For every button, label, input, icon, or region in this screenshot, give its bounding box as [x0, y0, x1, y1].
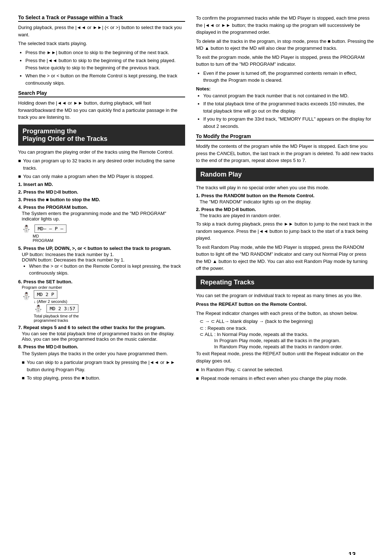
modify-body: Modify the contents of the program while… [196, 143, 374, 164]
repeating-intro: You can set the program or individual tr… [196, 292, 374, 299]
step2-label: 2. Press the MD ▷II button. [18, 189, 78, 195]
left-column: To Select a Track or Passage within a Tr… [18, 15, 185, 384]
step-2: 2. Press the MD ▷II button. [18, 189, 185, 195]
section-programming: Programming the Playing Order of the Tra… [18, 125, 185, 382]
press-repeat-label: Press the REPEAT button on the Remote Co… [196, 301, 374, 308]
repeat-sq-b1-text: In Random Play, ⊂ cannot be selected. [201, 366, 283, 373]
programming-banner: Programming the Playing Order of the Tra… [18, 125, 185, 146]
step5-up: UP button: Increases the track number by… [22, 252, 185, 257]
random-play-intro: The tracks will play in no special order… [196, 184, 374, 191]
repeat-item-0: ⊂ : Repeats one track. [200, 325, 374, 331]
list-item: Press the ►►| button once to skip to the… [25, 49, 185, 56]
random-step2-body: The tracks are played in random order. [200, 213, 374, 218]
step7-label: 7. Repeat steps 5 and 6 to select the ot… [18, 325, 165, 330]
bullet1-text: You can program up to 32 tracks in any d… [23, 157, 185, 171]
step-3: 3. Press the ■ button to stop the MD. [18, 197, 185, 202]
notes-label: Notes: [196, 86, 374, 92]
section-random-play: Random Play The tracks will play in no s… [196, 168, 374, 272]
random-play-banner: Random Play [196, 168, 374, 181]
repeat-exit-para: To exit Repeat mode, press the REPEAT bu… [196, 350, 374, 364]
step-7: 7. Repeat steps 5 and 6 to select the ot… [18, 325, 185, 342]
step3-label: 3. Press the ■ button to stop the MD. [18, 197, 100, 202]
step5-down: DOWN button: Decreases the track number … [22, 257, 185, 263]
diagram-md-program: ⛄ MD— — P — MDPROGRAM [22, 224, 185, 243]
step4-label: 4. Press the PROGRAM button. [18, 204, 88, 210]
step5-label: 5. Press the UP, DOWN, >, or < button to… [18, 246, 171, 251]
repeat-item-3: In Random Play mode, repeats all the tra… [214, 344, 374, 349]
confirm-sub-bullets: Even if the power is turned off, the pro… [203, 70, 374, 84]
step8-b2-text: To stop playing, press the ■ button. [27, 374, 100, 382]
list-item: When the > or < button on the Remote Con… [25, 72, 185, 86]
repeat-sequence: ⊂ → ⊂ ALL→ blank display → (back to the … [200, 319, 374, 324]
diagram-arrow: ↓ (After 2 seconds) [34, 299, 79, 304]
confirm-para2: To delete all the tracks in the program,… [196, 38, 374, 52]
confirm-para3: To exit the program mode, while the MD P… [196, 54, 374, 68]
step5-body: UP button: Increases the track number by… [22, 252, 185, 277]
diagram-line1: MD— — P — [34, 224, 66, 233]
random-skip-para: To skip a track during playback, press t… [196, 220, 374, 242]
select-track-body: During playback, press the |◄◄ or ►►| (<… [18, 24, 185, 38]
page-content: To Select a Track or Passage within a Tr… [18, 15, 374, 384]
random-exit-para: To exit Random Play mode, while the MD P… [196, 244, 374, 272]
random-step-1: 1. Press the RANDOM button on the Remote… [196, 193, 374, 204]
programming-intro: You can program the playing order of the… [18, 149, 185, 156]
step8-body: The System plays the tracks in the order… [22, 350, 185, 382]
diagram-md-label: MDPROGRAM [33, 234, 185, 243]
press-repeat-strong: Press the REPEAT button on the Remote Co… [196, 301, 307, 307]
repeat-sq-bullet2: Repeat mode remains in effect even when … [196, 375, 374, 382]
diagram-annotation-top: Program order number [22, 285, 185, 289]
page-number: 13 [348, 551, 356, 555]
step7-body: You can see the total playback time of p… [22, 331, 185, 342]
search-play-title: Search Play [18, 90, 185, 97]
list-item: When the > or < button on the Remote Con… [29, 263, 185, 277]
section-select-track: To Select a Track or Passage within a Tr… [18, 15, 185, 86]
step-6: 6. Press the SET button. Program order n… [18, 279, 185, 323]
programming-bullet1: You can program up to 32 tracks in any d… [18, 157, 185, 171]
select-track-bullets: Press the ►►| button once to skip to the… [25, 49, 185, 87]
random-step2-label: 2. Press the MD ▷II button. [196, 207, 256, 212]
diagram-bot-annotation: Total playback time of theprogrammed tra… [34, 314, 79, 323]
right-column: To confirm the programmed tracks while t… [196, 15, 374, 384]
step5-subbullets: When the > or < button on the Remote Con… [29, 263, 185, 277]
notes-list: You cannot program the track number that… [203, 92, 374, 130]
step6-diagram: Program order number ⛄ MD 2 P ↓ (After 2… [22, 285, 185, 323]
step-1: 1. Insert an MD. [18, 182, 185, 187]
step8-label: 8. Press the MD ▷II button. [18, 344, 78, 349]
step8-b1-text: You can skip to a particular program tra… [27, 359, 185, 373]
repeat-items: ⊂ : Repeats one track. ⊂ ALL : In Normal… [200, 325, 374, 349]
random-step-2: 2. Press the MD ▷II button. The tracks a… [196, 207, 374, 218]
section-confirm: To confirm the programmed tracks while t… [196, 15, 374, 130]
search-play-body: Holding down the |◄◄ or ►► button, durin… [18, 100, 185, 121]
repeat-seq-text: ⊂ → ⊂ ALL→ blank display → (back to the … [200, 319, 313, 324]
repeat-item-2: In Program Play mode, repeats all the tr… [214, 338, 374, 343]
repeat-sq-b2-text: Repeat mode remains in effect even when … [201, 375, 347, 382]
list-item: If you try to program the 33rd track, "M… [203, 116, 374, 130]
step6-label: 6. Press the SET button. [18, 279, 73, 284]
list-item: If the total playback time of the progra… [203, 100, 374, 114]
step-5: 5. Press the UP, DOWN, >, or < button to… [18, 246, 185, 277]
banner-line2: Playing Order of the Tracks [23, 135, 107, 142]
step8-bullet1: You can skip to a particular program tra… [22, 359, 185, 373]
modify-title: To Modify the Program [196, 133, 374, 141]
list-item: Press the |◄◄ button to skip to the begi… [25, 57, 185, 71]
random-step1-body: The "MD RANDOM" indicator lights up on t… [200, 199, 374, 204]
step8-bullet2: To stop playing, press the ■ button. [22, 374, 185, 382]
random-step1-label: 1. Press the RANDOM button on the Remote… [196, 193, 314, 198]
banner-line1: Programming the [23, 127, 77, 135]
step4-body: The System enters the programming mode a… [22, 211, 185, 222]
bullet2-text: You can only make a program when the MD … [23, 173, 154, 180]
list-item: You cannot program the track number that… [203, 92, 374, 100]
list-item: Even if the power is turned off, the pro… [203, 70, 374, 84]
repeating-banner: Repeating Tracks [196, 276, 374, 289]
diagram-step6-line1: MD 2 P [34, 290, 57, 299]
select-track-title: To Select a Track or Passage within a Tr… [18, 15, 185, 22]
programming-bullet2: You can only make a program when the MD … [18, 173, 185, 180]
press-repeat-body: The Repeat indicator changes with each p… [196, 310, 374, 317]
diagram-step6-line2: MD 2 3:57 [46, 304, 78, 313]
confirm-para1: To confirm the programmed tracks while t… [196, 15, 374, 36]
step8-body-text: The System plays the tracks in the order… [22, 350, 185, 357]
step-8: 8. Press the MD ▷II button. The System p… [18, 344, 185, 382]
repeat-sq-bullet1: In Random Play, ⊂ cannot be selected. [196, 366, 374, 373]
section-repeating: Repeating Tracks You can set the program… [196, 276, 374, 382]
section-modify: To Modify the Program Modify the content… [196, 133, 374, 164]
